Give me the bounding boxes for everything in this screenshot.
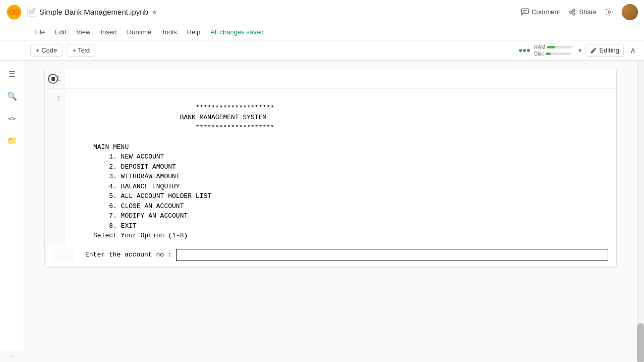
svg-point-10 (573, 13, 575, 15)
notebook: 1 1 ******************** BANK MANAGEMENT… (24, 61, 637, 362)
comment-button[interactable]: Comment (520, 8, 560, 17)
menu-insert[interactable]: Insert (96, 26, 121, 38)
menu-view[interactable]: View (72, 26, 94, 38)
toolbar-right: RAM Disk ▾ Editing ∧ (519, 43, 638, 57)
ram-bar-fill (547, 46, 555, 48)
svg-point-3 (10, 10, 13, 13)
right-scrollbar (637, 61, 644, 362)
drive-icon: 📄 (26, 7, 36, 17)
toolbar-left: + Code + Text (30, 44, 95, 57)
running-indicator[interactable] (48, 74, 58, 84)
add-text-label: + Text (72, 46, 90, 54)
status-dots (519, 49, 530, 52)
ram-bar-bg (547, 46, 572, 48)
pencil-icon (590, 47, 597, 54)
dot-green-3 (527, 49, 530, 52)
svg-line-11 (572, 11, 573, 12)
bottom-dots[interactable]: ··· (10, 352, 15, 359)
all-changes-saved: All changes saved (210, 28, 264, 36)
cell-output: 1 ******************** BANK MANAGEMENT S… (45, 88, 616, 267)
comment-label: Comment (532, 8, 560, 16)
editing-label: Editing (599, 46, 619, 54)
disk-row: Disk (534, 51, 572, 57)
cell-gutter: 1 (45, 69, 616, 88)
document-title-area: 📄 Simple Bank Management.ipynb ★ (26, 7, 516, 17)
sidebar: ☰ 🔍 <> 📁 (0, 61, 24, 362)
output-row: 1 ******************** BANK MANAGEMENT S… (45, 89, 616, 245)
output-text: ******************** BANK MANAGEMENT SYS… (65, 89, 282, 245)
add-code-button[interactable]: + Code (30, 44, 63, 57)
toolbar: + Code + Text RAM Disk ▾ (0, 40, 644, 61)
menu-file[interactable]: File (30, 26, 49, 38)
account-number-input[interactable] (176, 249, 608, 261)
disk-bar-bg (546, 53, 571, 55)
code-cell: 1 1 ******************** BANK MANAGEMENT… (44, 69, 617, 268)
svg-point-8 (570, 11, 572, 13)
svg-point-4 (15, 10, 18, 13)
ram-row: RAM (534, 44, 572, 50)
user-avatar[interactable] (622, 4, 638, 20)
collapse-toolbar-icon[interactable]: ∧ (628, 43, 638, 57)
output-line-num: 1 (45, 89, 65, 245)
dot-green (519, 49, 522, 52)
sidebar-files-icon[interactable]: 📁 (5, 133, 19, 147)
ram-disk-panel: RAM Disk (534, 44, 572, 57)
sidebar-code-icon[interactable]: <> (5, 111, 19, 125)
svg-rect-5 (521, 9, 529, 14)
ram-label: RAM (534, 44, 545, 50)
dot-green-2 (523, 49, 526, 52)
menu-bar: File Edit View Insert Runtime Tools Help… (0, 24, 644, 40)
stop-icon (51, 77, 55, 81)
main-layout: ☰ 🔍 <> 📁 1 (0, 61, 644, 362)
editing-button[interactable]: Editing (586, 44, 624, 57)
share-button[interactable]: Share (568, 8, 597, 17)
input-gutter (53, 249, 73, 261)
svg-point-9 (573, 9, 575, 12)
disk-label: Disk (534, 51, 544, 57)
top-bar: 📄 Simple Bank Management.ipynb ★ Comment… (0, 0, 644, 24)
input-prompt-text: Enter the account no : (85, 251, 172, 258)
menu-tools[interactable]: Tools (157, 26, 181, 38)
add-text-button[interactable]: + Text (67, 44, 95, 57)
share-icon (568, 8, 577, 17)
share-label: Share (579, 8, 597, 16)
svg-point-13 (608, 11, 611, 13)
menu-help[interactable]: Help (183, 26, 205, 38)
sidebar-menu-icon[interactable]: ☰ (5, 67, 19, 81)
comment-icon (520, 8, 530, 17)
document-title[interactable]: Simple Bank Management.ipynb (39, 8, 148, 16)
colab-logo (6, 4, 22, 20)
dropdown-arrow-icon[interactable]: ▾ (578, 47, 581, 54)
star-icon[interactable]: ★ (151, 8, 158, 16)
input-area: Enter the account no : (45, 245, 616, 267)
menu-edit[interactable]: Edit (51, 26, 70, 38)
bottom-bar: ··· (0, 350, 24, 362)
menu-runtime[interactable]: Runtime (123, 26, 155, 38)
gear-icon (605, 8, 614, 17)
output-line: 1 (57, 95, 61, 102)
settings-button[interactable] (605, 8, 614, 17)
cell-source[interactable] (65, 69, 616, 77)
scrollbar-thumb[interactable] (637, 323, 644, 362)
topbar-right: Comment Share (520, 4, 638, 20)
sidebar-search-icon[interactable]: 🔍 (5, 89, 19, 103)
cell-container: 1 (45, 69, 616, 88)
disk-bar-fill (546, 53, 551, 55)
add-code-label: + Code (36, 46, 57, 54)
svg-line-12 (572, 13, 573, 14)
